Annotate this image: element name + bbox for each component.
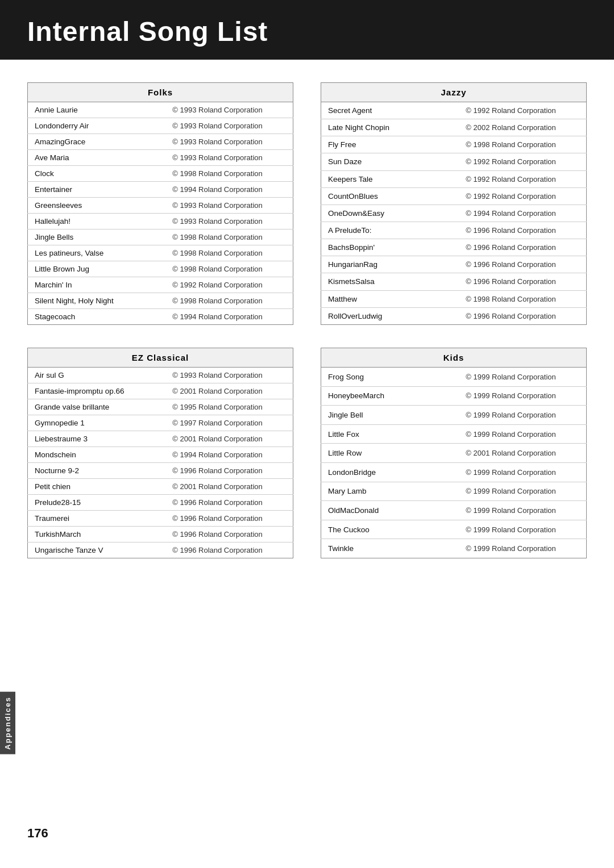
- table-row: Clock© 1998 Roland Corporation: [28, 166, 293, 182]
- song-title: Little Brown Jug: [28, 261, 166, 277]
- song-copyright: © 1994 Roland Corporation: [165, 182, 293, 198]
- song-title: Keepers Tale: [321, 170, 459, 187]
- song-copyright: © 1999 Roland Corporation: [459, 462, 586, 482]
- song-title: Greensleeves: [28, 198, 166, 214]
- song-title: Traumerei: [28, 511, 166, 527]
- song-copyright: © 1993 Roland Corporation: [165, 134, 293, 150]
- table-row: Silent Night, Holy Night© 1998 Roland Co…: [28, 293, 293, 309]
- song-title: Jingle Bell: [321, 406, 459, 425]
- table-row: Air sul G© 1993 Roland Corporation: [28, 368, 293, 383]
- song-title: Annie Laurie: [28, 102, 166, 118]
- song-title: Liebestraume 3: [28, 431, 166, 447]
- table-row: Mary Lamb© 1999 Roland Corporation: [321, 482, 587, 501]
- table-row: Keepers Tale© 1992 Roland Corporation: [321, 170, 587, 187]
- song-title: Fly Free: [321, 136, 459, 153]
- song-copyright: © 1999 Roland Corporation: [459, 482, 586, 501]
- song-copyright: © 1998 Roland Corporation: [165, 293, 293, 309]
- song-copyright: © 2002 Roland Corporation: [459, 119, 586, 136]
- song-copyright: © 1992 Roland Corporation: [459, 102, 586, 119]
- song-copyright: © 2001 Roland Corporation: [165, 383, 293, 399]
- table-row: Jingle Bell© 1999 Roland Corporation: [321, 406, 587, 425]
- song-copyright: © 1998 Roland Corporation: [165, 229, 293, 245]
- table-row: Les patineurs, Valse© 1998 Roland Corpor…: [28, 245, 293, 261]
- song-copyright: © 1999 Roland Corporation: [459, 368, 586, 387]
- song-title: KismetsSalsa: [321, 273, 459, 290]
- table-row: Late Night Chopin© 2002 Roland Corporati…: [321, 119, 587, 136]
- song-copyright: © 1997 Roland Corporation: [165, 415, 293, 431]
- song-title: Petit chien: [28, 479, 166, 495]
- song-title: Mondschein: [28, 447, 166, 463]
- song-title: Fantasie-impromptu op.66: [28, 383, 166, 399]
- song-copyright: © 1993 Roland Corporation: [165, 368, 293, 383]
- category-header-kids: Kids: [321, 348, 587, 368]
- table-row: Prelude28-15© 1996 Roland Corporation: [28, 495, 293, 511]
- table-row: TurkishMarch© 1996 Roland Corporation: [28, 527, 293, 542]
- song-copyright: © 1993 Roland Corporation: [165, 102, 293, 118]
- song-copyright: © 1994 Roland Corporation: [165, 309, 293, 325]
- table-row: Hallelujah!© 1993 Roland Corporation: [28, 214, 293, 229]
- song-title: Silent Night, Holy Night: [28, 293, 166, 309]
- table-row: Mondschein© 1994 Roland Corporation: [28, 447, 293, 463]
- song-copyright: © 1993 Roland Corporation: [165, 214, 293, 229]
- page-number: 176: [27, 826, 48, 841]
- table-row: Little Brown Jug© 1998 Roland Corporatio…: [28, 261, 293, 277]
- song-copyright: © 1994 Roland Corporation: [165, 447, 293, 463]
- table-row: Ungarische Tanze V© 1996 Roland Corporat…: [28, 542, 293, 558]
- category-table-folks: FolksAnnie Laurie© 1993 Roland Corporati…: [27, 82, 293, 325]
- table-row: BachsBoppin'© 1996 Roland Corporation: [321, 239, 587, 256]
- song-title: OneDown&Easy: [321, 205, 459, 222]
- song-title: Sun Daze: [321, 153, 459, 170]
- song-copyright: © 1992 Roland Corporation: [459, 170, 586, 187]
- table-row: Little Fox© 1999 Roland Corporation: [321, 424, 587, 444]
- song-title: RollOverLudwig: [321, 307, 459, 324]
- song-copyright: © 1998 Roland Corporation: [459, 136, 586, 153]
- song-copyright: © 2001 Roland Corporation: [459, 444, 586, 463]
- song-copyright: © 1996 Roland Corporation: [459, 307, 586, 324]
- song-title: Air sul G: [28, 368, 166, 383]
- song-copyright: © 1992 Roland Corporation: [459, 187, 586, 205]
- song-copyright: © 1999 Roland Corporation: [459, 501, 586, 520]
- table-row: Ave Maria© 1993 Roland Corporation: [28, 150, 293, 166]
- song-title: Nocturne 9-2: [28, 463, 166, 479]
- table-row: OneDown&Easy© 1994 Roland Corporation: [321, 205, 587, 222]
- table-row: Entertainer© 1994 Roland Corporation: [28, 182, 293, 198]
- song-title: Little Fox: [321, 424, 459, 444]
- song-title: Les patineurs, Valse: [28, 245, 166, 261]
- song-title: Marchin' In: [28, 277, 166, 293]
- song-copyright: © 1996 Roland Corporation: [459, 273, 586, 290]
- table-row: KismetsSalsa© 1996 Roland Corporation: [321, 273, 587, 290]
- table-row: OldMacDonald© 1999 Roland Corporation: [321, 501, 587, 520]
- song-title: Mary Lamb: [321, 482, 459, 501]
- song-copyright: © 1999 Roland Corporation: [459, 424, 586, 444]
- song-title: HungarianRag: [321, 256, 459, 273]
- table-row: Nocturne 9-2© 1996 Roland Corporation: [28, 463, 293, 479]
- table-row: LondonBridge© 1999 Roland Corporation: [321, 462, 587, 482]
- table-row: Sun Daze© 1992 Roland Corporation: [321, 153, 587, 170]
- table-row: Stagecoach© 1994 Roland Corporation: [28, 309, 293, 325]
- song-title: Little Row: [321, 444, 459, 463]
- main-content: FolksAnnie Laurie© 1993 Roland Corporati…: [0, 82, 614, 558]
- song-title: Londonderry Air: [28, 118, 166, 134]
- song-copyright: © 1999 Roland Corporation: [459, 406, 586, 425]
- song-copyright: © 1996 Roland Corporation: [459, 239, 586, 256]
- sidebar-label: Appendices: [0, 692, 15, 754]
- table-row: Marchin' In© 1992 Roland Corporation: [28, 277, 293, 293]
- song-copyright: © 1995 Roland Corporation: [165, 399, 293, 415]
- song-title: Clock: [28, 166, 166, 182]
- page-title: Internal Song List: [27, 16, 587, 47]
- song-title: Gymnopedie 1: [28, 415, 166, 431]
- category-table-ez-classical: EZ ClassicalAir sul G© 1993 Roland Corpo…: [27, 348, 293, 558]
- song-copyright: © 1996 Roland Corporation: [165, 495, 293, 511]
- song-title: Ave Maria: [28, 150, 166, 166]
- song-title: OldMacDonald: [321, 501, 459, 520]
- song-copyright: © 1998 Roland Corporation: [459, 290, 586, 307]
- song-copyright: © 1999 Roland Corporation: [459, 386, 586, 406]
- song-title: LondonBridge: [321, 462, 459, 482]
- song-copyright: © 1998 Roland Corporation: [165, 166, 293, 182]
- song-copyright: © 1998 Roland Corporation: [165, 245, 293, 261]
- song-copyright: © 1998 Roland Corporation: [165, 261, 293, 277]
- song-copyright: © 1992 Roland Corporation: [165, 277, 293, 293]
- song-title: HoneybeeMarch: [321, 386, 459, 406]
- song-copyright: © 1996 Roland Corporation: [165, 511, 293, 527]
- song-title: CountOnBlues: [321, 187, 459, 205]
